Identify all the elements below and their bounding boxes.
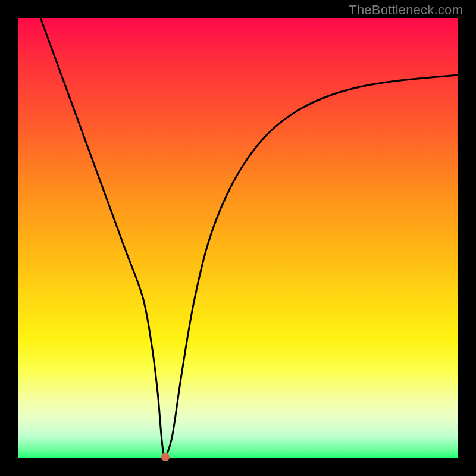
bottleneck-curve xyxy=(40,18,458,457)
minimum-marker-dot xyxy=(161,453,170,461)
watermark-text: TheBottleneck.com xyxy=(349,2,463,18)
curve-svg xyxy=(18,18,458,458)
chart-container: TheBottleneck.com xyxy=(0,0,476,476)
plot-area xyxy=(18,18,458,458)
